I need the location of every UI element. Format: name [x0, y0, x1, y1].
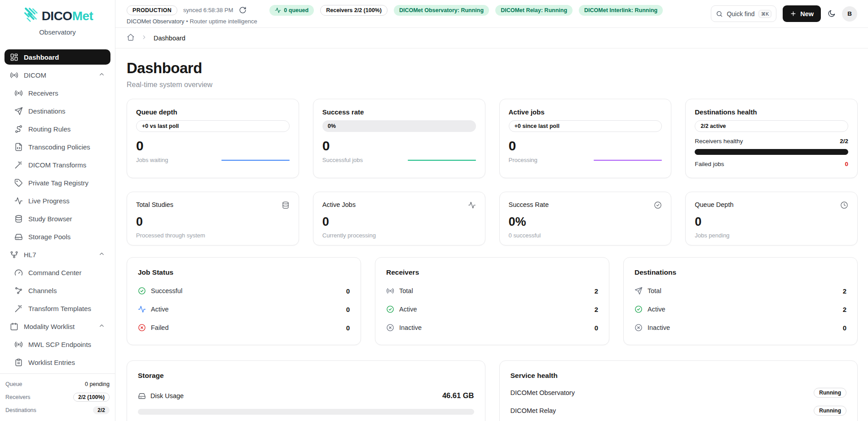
destinations-card: Destinations Total 2 Active 2 Inactive 0 [623, 257, 858, 345]
sidebar-section-hl7[interactable]: HL7 [4, 247, 110, 262]
sidebar-item-destinations[interactable]: Destinations [4, 103, 110, 118]
sidebar-item-worklist-entries[interactable]: Worklist Entries [4, 355, 110, 370]
interlink-running-badge: DICOMet Interlink: Running [579, 5, 663, 16]
sidebar-item-storage-pools[interactable]: Storage Pools [4, 229, 110, 244]
sidebar-nav: Dashboard DICOM Receivers Destinations R… [0, 42, 115, 373]
destinations-health-pill: 2/2 active [695, 120, 848, 132]
topbar-right: Quick find ⌘K New B [711, 5, 857, 22]
sidebar-item-study-browser[interactable]: Study Browser [4, 211, 110, 226]
sidebar: DICOMet Observatory Dashboard DICOM Rece… [0, 0, 115, 421]
check-circle-icon [654, 201, 662, 210]
network-icon [10, 250, 18, 259]
sidebar-item-dicom-transforms[interactable]: DICOM Transforms [4, 157, 110, 172]
brand-logo: DICOMet Observatory [0, 0, 115, 42]
app-root: DICOMet Observatory Dashboard DICOM Rece… [0, 0, 868, 421]
breadcrumb-current: Dashboard [154, 35, 185, 42]
gauge-icon [14, 268, 23, 277]
failed-jobs-value: 0 [845, 161, 848, 167]
job-status-failed-row: Failed 0 [138, 324, 350, 332]
success-rate-card: Success rate 0% 0 Successful jobs [313, 99, 485, 178]
hard-drive-icon [138, 392, 146, 400]
relay-status-pill: Running [814, 406, 846, 416]
queue-depth-value: 0 [136, 139, 290, 153]
sidebar-section-modality-worklist[interactable]: Modality Worklist [4, 319, 110, 334]
kpi-card-row: Queue depth +0 vs last poll 0 Jobs waiti… [127, 99, 858, 178]
destinations-total-row: Total 2 [634, 287, 846, 295]
relay-running-badge: DICOMet Relay: Running [495, 5, 573, 16]
sidebar-item-routing-rules[interactable]: Routing Rules [4, 121, 110, 136]
destinations-active-row: Active 2 [634, 305, 846, 313]
radio-icon [10, 71, 18, 79]
clock-icon [840, 201, 848, 210]
calendar-icon [10, 322, 18, 331]
sidebar-item-dashboard[interactable]: Dashboard [4, 49, 110, 65]
receivers-healthy-bar [695, 149, 848, 155]
chevron-up-icon [98, 322, 105, 330]
job-status-card: Job Status Successful 0 Active 0 Failed … [127, 257, 361, 345]
sidebar-item-mwl-scp-endpoints[interactable]: MWL SCP Endpoints [4, 337, 110, 352]
observatory-status-pill: Running [814, 388, 846, 398]
sidebar-item-live-progress[interactable]: Live Progress [4, 193, 110, 208]
x-circle-icon [138, 324, 146, 332]
receivers-total-row: Total 2 [386, 287, 598, 295]
clipboard-icon [14, 358, 23, 367]
pulse-icon [275, 7, 281, 13]
refresh-button[interactable] [239, 6, 247, 14]
sidebar-item-transcoding-policies[interactable]: Transcoding Policies [4, 139, 110, 154]
sidebar-item-private-tag-registry[interactable]: Private Tag Registry [4, 175, 110, 190]
active-jobs-stat-card: Active Jobs 0 Currently processing [313, 192, 485, 246]
destinations-status-pill: 2/2 [93, 406, 110, 414]
theme-toggle-button[interactable] [827, 9, 836, 18]
status-row-destinations: Destinations 2/2 [5, 403, 110, 417]
topbar-left: PRODUCTION synced 6:58:38 PM 0 queued Re… [127, 3, 663, 25]
pulse-icon [468, 201, 476, 210]
x-circle-icon [386, 324, 394, 332]
page-title: Dashboard [127, 59, 858, 77]
radio-icon [14, 340, 23, 349]
sidebar-item-command-center[interactable]: Command Center [4, 265, 110, 280]
job-status-active-row: Active 0 [138, 305, 350, 313]
active-jobs-delta-pill: +0 since last poll [509, 120, 662, 132]
home-icon[interactable] [127, 33, 135, 43]
bottom-card-row: Storage Disk Usage 46.61 GB Service heal… [127, 360, 858, 421]
disk-usage-row: Disk Usage 46.61 GB [138, 391, 474, 400]
check-circle-icon [138, 287, 146, 295]
topbar: PRODUCTION synced 6:58:38 PM 0 queued Re… [115, 0, 868, 28]
disk-usage-value: 46.61 GB [442, 391, 474, 400]
active-jobs-card: Active jobs +0 since last poll 0 Process… [499, 99, 672, 178]
queue-depth-sparkline [221, 160, 290, 161]
brand-subtitle: Observatory [4, 28, 111, 36]
active-jobs-value: 0 [509, 139, 662, 153]
hard-drive-icon [14, 232, 23, 241]
new-button[interactable]: New [783, 5, 821, 22]
breadcrumb: Dashboard [115, 28, 868, 48]
send-icon [14, 107, 23, 115]
user-avatar[interactable]: B [842, 6, 857, 22]
sidebar-section-dicom[interactable]: DICOM [4, 67, 110, 83]
total-studies-card: Total Studies 0 Processed through system [127, 192, 299, 246]
active-jobs-stat-value: 0 [322, 216, 476, 228]
radio-icon [386, 287, 394, 295]
brand-name: DICOMet [42, 9, 93, 23]
moon-icon [827, 9, 836, 18]
sidebar-item-receivers[interactable]: Receivers [4, 85, 110, 101]
sidebar-item-transform-templates[interactable]: Transform Templates [4, 301, 110, 316]
queued-badge: 0 queued [269, 5, 314, 16]
send-icon [634, 287, 643, 295]
plus-icon [790, 10, 797, 17]
receivers-badge: Receivers 2/2 (100%) [320, 5, 388, 16]
quick-find-button[interactable]: Quick find ⌘K [711, 5, 776, 22]
receivers-inactive-row: Inactive 0 [386, 324, 598, 332]
wand-icon [14, 161, 23, 169]
job-status-successful-row: Successful 0 [138, 287, 350, 295]
check-circle-icon [634, 305, 643, 313]
service-health-card: Service health DICOMet Observatory Runni… [499, 360, 858, 421]
dashboard-content: Dashboard Real-time system overview Queu… [115, 48, 868, 421]
main-area: PRODUCTION synced 6:58:38 PM 0 queued Re… [115, 0, 868, 421]
sidebar-status-panel: Queue 0 pending Receivers 2/2 (100%) Des… [0, 373, 115, 421]
health-badge-group: 0 queued Receivers 2/2 (100%) DICOMet Ob… [269, 5, 663, 16]
sidebar-item-channels[interactable]: Channels [4, 283, 110, 298]
nodes-icon [14, 286, 23, 295]
database-icon [14, 215, 23, 223]
receivers-card: Receivers Total 2 Active 2 Inactive 0 [375, 257, 609, 345]
